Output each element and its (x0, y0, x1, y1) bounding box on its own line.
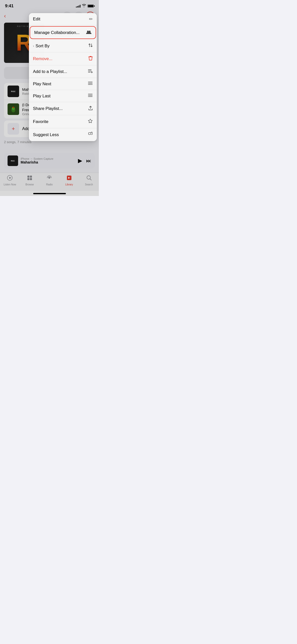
add-btn-box: + (8, 123, 19, 135)
search-icon (86, 175, 92, 182)
tab-radio[interactable]: Radio (42, 175, 57, 186)
tab-bar: Listen Now Browse Radio (0, 173, 99, 191)
tab-search[interactable]: Search (81, 175, 97, 186)
menu-label-suggest-less: Suggest Less (33, 132, 59, 137)
menu-item-share[interactable]: Share Playlist... (29, 102, 97, 115)
radio-icon (46, 175, 52, 182)
menu-label-play-last: Play Last (33, 94, 51, 99)
mini-player[interactable]: RGC iPhone → System Capture Maharisha ▶ … (4, 153, 95, 169)
mini-forward-button[interactable]: ⏭ (86, 158, 91, 164)
thumbs-down-icon (88, 132, 93, 138)
battery-icon (88, 5, 94, 8)
menu-item-add-playlist[interactable]: Add to a Playlist... (29, 65, 97, 78)
menu-item-favorite[interactable]: Favorite (29, 115, 97, 128)
svg-rect-26 (30, 178, 32, 180)
back-button[interactable]: ‹ (4, 13, 6, 19)
tab-listen-now[interactable]: Listen Now (2, 175, 17, 186)
listen-now-icon (7, 175, 13, 182)
menu-label-remove: Remove... (33, 56, 52, 61)
svg-rect-24 (30, 176, 32, 178)
collaboration-icon (86, 30, 92, 35)
status-bar: 9:41 (0, 0, 99, 11)
tab-library[interactable]: Library (62, 175, 77, 186)
mini-controls: ▶ ⏭ (78, 157, 91, 164)
trash-icon (88, 56, 93, 62)
home-indicator (0, 191, 99, 196)
menu-item-manage-collaboration[interactable]: Manage Collaboration... (30, 26, 96, 39)
status-time: 9:41 (5, 4, 14, 9)
svg-point-8 (89, 31, 91, 32)
star-icon (88, 118, 93, 125)
mini-info: iPhone → System Capture Maharisha (21, 157, 75, 164)
menu-item-suggest-less[interactable]: Suggest Less (29, 128, 97, 141)
mini-play-button[interactable]: ▶ (78, 157, 82, 164)
add-plus-icon: + (12, 126, 15, 132)
play-next-icon (88, 81, 93, 87)
tab-label-library: Library (65, 183, 73, 186)
page-wrapper: 9:41 ‹ (0, 0, 99, 196)
tab-label-radio: Radio (46, 183, 53, 186)
library-icon (66, 175, 72, 182)
song-thumb-1: RGC (8, 86, 19, 97)
play-last-icon (88, 93, 93, 99)
mini-title: Maharisha (21, 160, 75, 164)
sort-by-arrow-icon: › (33, 44, 34, 48)
tab-label-browse: Browse (25, 183, 34, 186)
menu-label-edit: Edit (33, 17, 40, 22)
menu-label-sort: Sort By (35, 44, 50, 49)
wifi-icon (82, 4, 86, 8)
add-to-playlist-icon (88, 69, 93, 74)
menu-item-play-last[interactable]: Play Last (29, 90, 97, 102)
menu-label-add-playlist: Add to a Playlist... (33, 69, 67, 74)
browse-icon (27, 175, 33, 182)
svg-rect-23 (27, 176, 29, 178)
svg-point-6 (13, 107, 14, 108)
svg-line-30 (90, 179, 91, 180)
sort-icon (88, 43, 93, 49)
status-icons (76, 4, 94, 8)
svg-rect-25 (27, 178, 29, 180)
menu-item-edit[interactable]: Edit ✏ (29, 13, 97, 25)
menu-item-remove[interactable]: Remove... (29, 52, 97, 65)
tab-label-listen-now: Listen Now (4, 183, 16, 186)
menu-item-play-next[interactable]: Play Next (29, 78, 97, 90)
edit-icon: ✏ (89, 16, 93, 22)
menu-label-play-next: Play Next (33, 82, 51, 87)
song-thumb-2 (8, 103, 19, 115)
context-menu: Edit ✏ Manage Collaboration... › Sort By (29, 13, 97, 141)
home-bar (33, 193, 66, 194)
svg-marker-22 (9, 177, 11, 179)
mini-player-container: RGC iPhone → System Capture Maharisha ▶ … (0, 153, 99, 173)
svg-point-27 (49, 177, 50, 179)
tab-label-search: Search (85, 183, 93, 186)
share-icon (88, 105, 93, 112)
menu-label-share: Share Playlist... (33, 106, 63, 111)
svg-point-7 (87, 31, 89, 32)
menu-label-favorite: Favorite (33, 119, 48, 124)
mini-thumb: RGC (8, 155, 18, 166)
signal-icon (76, 5, 80, 8)
menu-item-sort-by[interactable]: › Sort By (29, 40, 97, 52)
menu-label-manage: Manage Collaboration... (34, 30, 80, 35)
mini-source: iPhone → System Capture (21, 157, 75, 160)
tab-browse[interactable]: Browse (22, 175, 37, 186)
